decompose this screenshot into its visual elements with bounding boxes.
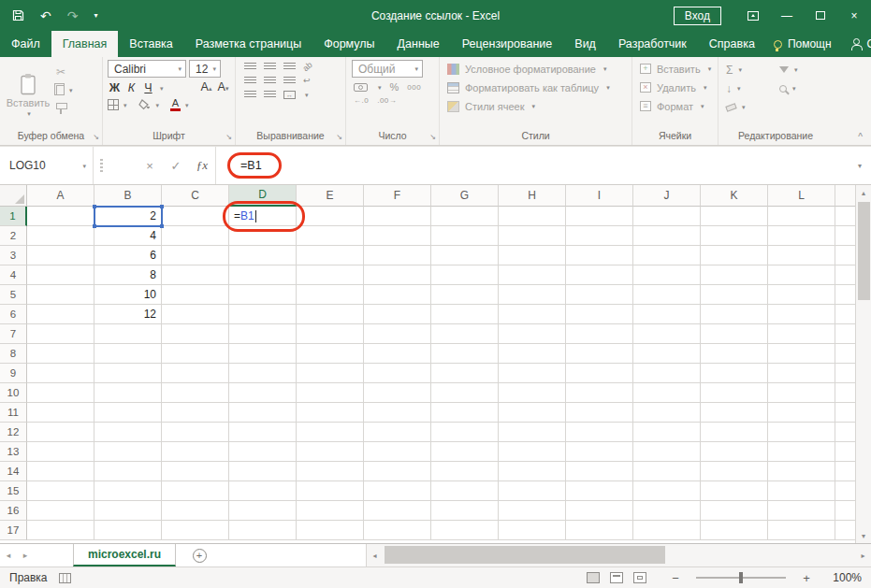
name-box[interactable]: LOG10 ▾ bbox=[0, 147, 94, 184]
cell[interactable] bbox=[162, 324, 229, 344]
cell[interactable] bbox=[633, 423, 701, 442]
column-header[interactable]: G bbox=[431, 185, 499, 207]
ribbon-tab[interactable]: Рецензирование bbox=[451, 31, 564, 57]
cell[interactable] bbox=[566, 324, 633, 344]
font-name-select[interactable]: Calibri▾ bbox=[108, 60, 186, 78]
cell[interactable] bbox=[701, 344, 768, 364]
cell[interactable] bbox=[27, 285, 94, 305]
cell[interactable] bbox=[566, 246, 633, 265]
cell[interactable] bbox=[297, 305, 364, 324]
cell[interactable] bbox=[27, 364, 94, 383]
cell[interactable] bbox=[94, 344, 162, 364]
insert-function-button[interactable]: ƒx bbox=[189, 147, 215, 184]
cell[interactable] bbox=[364, 481, 431, 501]
italic-button[interactable]: К bbox=[124, 81, 138, 95]
cell[interactable] bbox=[229, 481, 297, 501]
increase-font-size-button[interactable]: А▴ bbox=[199, 80, 213, 95]
row-header[interactable]: 11 bbox=[0, 403, 27, 423]
ribbon-tab[interactable]: Справка bbox=[698, 31, 766, 57]
decrease-decimal-icon[interactable]: .00→ bbox=[377, 96, 397, 105]
cell[interactable] bbox=[768, 501, 835, 521]
zoom-slider-thumb[interactable] bbox=[739, 572, 743, 583]
row-header[interactable]: 5 bbox=[0, 285, 27, 305]
row-header[interactable]: 14 bbox=[0, 462, 27, 481]
formula-input[interactable]: =B1 bbox=[215, 147, 849, 184]
cell[interactable] bbox=[297, 383, 364, 403]
cell[interactable] bbox=[229, 305, 297, 324]
sign-in-button[interactable]: Вход bbox=[674, 7, 721, 25]
maximize-icon[interactable] bbox=[804, 0, 837, 31]
cell[interactable] bbox=[431, 246, 499, 265]
cell[interactable] bbox=[633, 324, 701, 344]
cell[interactable] bbox=[297, 423, 364, 442]
row-header[interactable]: 17 bbox=[0, 521, 27, 540]
cell[interactable] bbox=[94, 501, 162, 521]
cell[interactable] bbox=[364, 462, 431, 481]
cell[interactable] bbox=[27, 462, 94, 481]
column-header[interactable]: I bbox=[566, 185, 633, 207]
cell[interactable] bbox=[701, 521, 768, 540]
align-top-icon[interactable] bbox=[244, 63, 256, 71]
cell[interactable] bbox=[431, 265, 499, 285]
font-size-select[interactable]: 12▾ bbox=[189, 60, 221, 78]
dialog-launcher-icon[interactable]: ↘ bbox=[93, 134, 99, 141]
cell[interactable] bbox=[566, 305, 633, 324]
column-header[interactable]: K bbox=[701, 185, 768, 207]
undo-icon[interactable]: ↶ bbox=[40, 9, 51, 22]
cell[interactable] bbox=[297, 481, 364, 501]
cell[interactable] bbox=[431, 364, 499, 383]
cell[interactable] bbox=[162, 442, 229, 462]
cell[interactable] bbox=[431, 501, 499, 521]
cell[interactable] bbox=[768, 481, 835, 501]
cell[interactable] bbox=[229, 265, 297, 285]
zoom-out-icon[interactable]: − bbox=[669, 571, 682, 585]
cell[interactable] bbox=[633, 501, 701, 521]
cell[interactable] bbox=[27, 305, 94, 324]
cell[interactable] bbox=[364, 207, 431, 226]
vertical-scroll-thumb[interactable] bbox=[858, 202, 870, 300]
row-header[interactable]: 2 bbox=[0, 226, 27, 246]
row-header[interactable]: 12 bbox=[0, 423, 27, 442]
assistant-button[interactable]: Помощн bbox=[766, 37, 839, 50]
edit-cell[interactable]: =B1 bbox=[229, 207, 297, 226]
cell[interactable] bbox=[364, 383, 431, 403]
cell[interactable] bbox=[27, 383, 94, 403]
cell[interactable] bbox=[94, 403, 162, 423]
tab-file[interactable]: Файл bbox=[0, 31, 51, 57]
cell[interactable] bbox=[768, 462, 835, 481]
scroll-left-icon[interactable]: ◂ bbox=[367, 544, 383, 566]
wrap-text-icon[interactable]: ↩ bbox=[303, 77, 311, 85]
ribbon-tab[interactable]: Разработчик bbox=[607, 31, 698, 57]
cell[interactable] bbox=[566, 501, 633, 521]
currency-icon[interactable] bbox=[354, 83, 368, 92]
fill-button[interactable]: ↓▾ bbox=[726, 80, 772, 96]
enter-button[interactable]: ✓ bbox=[163, 147, 189, 184]
cell[interactable] bbox=[431, 207, 499, 226]
ribbon-tab[interactable]: Главная bbox=[51, 31, 119, 57]
cell[interactable] bbox=[94, 462, 162, 481]
column-header[interactable]: E bbox=[297, 185, 364, 207]
page-break-view-icon[interactable] bbox=[633, 572, 646, 583]
cell[interactable] bbox=[364, 265, 431, 285]
cell[interactable] bbox=[701, 226, 768, 246]
cell[interactable] bbox=[229, 403, 297, 423]
paste-button[interactable]: Вставить ▾ bbox=[4, 60, 52, 129]
cell[interactable] bbox=[768, 265, 835, 285]
cell[interactable] bbox=[768, 383, 835, 403]
cell[interactable] bbox=[297, 501, 364, 521]
cell[interactable] bbox=[27, 481, 94, 501]
cell[interactable] bbox=[162, 423, 229, 442]
cell[interactable]: 2 bbox=[94, 207, 162, 226]
cell[interactable] bbox=[431, 324, 499, 344]
decrease-indent-icon[interactable] bbox=[244, 91, 256, 99]
clear-button[interactable]: ▾ bbox=[726, 99, 772, 115]
number-format-select[interactable]: Общий▾ bbox=[352, 60, 423, 78]
cell[interactable] bbox=[499, 442, 566, 462]
percent-style-icon[interactable]: % bbox=[390, 81, 399, 93]
cell[interactable] bbox=[364, 344, 431, 364]
cell[interactable] bbox=[633, 207, 701, 226]
cell[interactable] bbox=[364, 442, 431, 462]
cell[interactable] bbox=[297, 344, 364, 364]
cell[interactable] bbox=[229, 462, 297, 481]
column-header[interactable]: L bbox=[768, 185, 835, 207]
